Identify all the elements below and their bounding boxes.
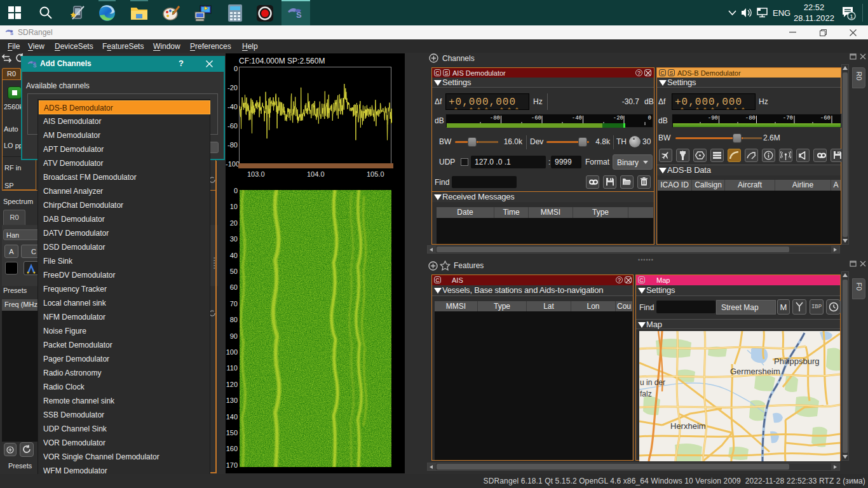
svg-text:S: S	[33, 62, 37, 69]
svg-text:S: S	[296, 10, 302, 19]
svg-text:Germersheim: Germersheim	[730, 367, 780, 376]
svg-text:Herxheim: Herxheim	[670, 421, 706, 431]
svg-text:S: S	[10, 30, 13, 36]
svg-text:u in der: u in der	[640, 378, 665, 387]
svg-text:falz: falz	[640, 390, 652, 398]
svg-text:1: 1	[850, 13, 853, 20]
svg-text:Philippsburg: Philippsburg	[774, 356, 820, 366]
